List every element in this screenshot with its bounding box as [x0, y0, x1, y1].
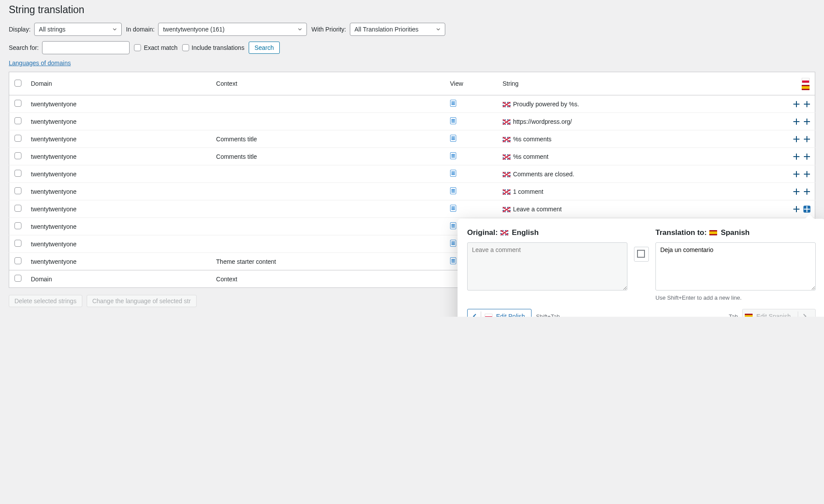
- table-row: twentytwentyone Comments are closed.: [9, 165, 815, 183]
- edit-spanish-button: Edit Spanish: [742, 309, 816, 317]
- tf-domain[interactable]: Domain: [27, 270, 212, 288]
- priority-select[interactable]: All Translation Priorities: [350, 23, 445, 36]
- search-label: Search for:: [9, 44, 39, 51]
- add-pl-translation-icon[interactable]: [793, 206, 800, 213]
- cell-domain: twentytwentyone: [27, 235, 212, 253]
- cell-string: Leave a comment: [498, 200, 789, 218]
- shortcut-prev: Shift+Tab: [536, 313, 560, 317]
- cell-string: 1 comment: [498, 183, 789, 200]
- row-checkbox[interactable]: [14, 257, 21, 264]
- document-icon[interactable]: [450, 187, 456, 194]
- th-string[interactable]: String: [498, 72, 789, 95]
- table-row: twentytwentyone Proudly powered by %s.: [9, 95, 815, 113]
- flag-uk-icon: [503, 102, 511, 107]
- cell-string: Proudly powered by %s.: [498, 95, 789, 113]
- cell-string: %s comment: [498, 148, 789, 165]
- add-pl-translation-icon[interactable]: [793, 118, 800, 125]
- display-label: Display:: [9, 26, 31, 33]
- cell-context: [212, 165, 446, 183]
- document-icon[interactable]: [450, 117, 456, 124]
- cell-string: Comments are closed.: [498, 165, 789, 183]
- priority-label: With Priority:: [311, 26, 346, 33]
- translation-textarea[interactable]: [655, 242, 816, 290]
- flag-uk-icon: [503, 189, 511, 195]
- row-checkbox[interactable]: [14, 222, 21, 229]
- flag-es-icon: [745, 314, 753, 317]
- row-checkbox[interactable]: [14, 152, 21, 159]
- cell-context: [212, 218, 446, 235]
- row-checkbox[interactable]: [14, 187, 21, 194]
- add-pl-translation-icon[interactable]: [793, 171, 800, 178]
- flag-pl-icon: [802, 78, 810, 83]
- row-checkbox[interactable]: [14, 117, 21, 124]
- cell-domain: twentytwentyone: [27, 148, 212, 165]
- original-heading: Original: English: [467, 228, 627, 237]
- copy-original-button[interactable]: [634, 247, 649, 262]
- add-pl-translation-icon[interactable]: [793, 101, 800, 108]
- th-view: View: [446, 72, 498, 95]
- row-checkbox[interactable]: [14, 135, 21, 142]
- cell-context: [212, 200, 446, 218]
- cell-context: [212, 235, 446, 253]
- document-icon[interactable]: [450, 170, 456, 177]
- table-row: twentytwentyone 1 comment: [9, 183, 815, 200]
- flag-uk-icon: [503, 137, 511, 142]
- document-icon[interactable]: [450, 135, 456, 142]
- search-button[interactable]: Search: [249, 42, 279, 54]
- document-icon[interactable]: [450, 240, 456, 247]
- cell-domain: twentytwentyone: [27, 95, 212, 113]
- add-es-translation-icon[interactable]: [803, 136, 810, 143]
- tf-context[interactable]: Context: [212, 270, 446, 288]
- th-context[interactable]: Context: [212, 72, 446, 95]
- domain-select[interactable]: twentytwentyone (161): [158, 23, 307, 36]
- languages-of-domains-link[interactable]: Languages of domains: [9, 60, 71, 66]
- row-checkbox[interactable]: [14, 240, 21, 247]
- original-textarea: [467, 242, 627, 290]
- search-input[interactable]: [42, 41, 130, 54]
- delete-selected-button[interactable]: Delete selected strings: [9, 295, 82, 307]
- add-pl-translation-icon[interactable]: [793, 136, 800, 143]
- display-select[interactable]: All strings: [34, 23, 122, 36]
- cell-string: https://wordpress.org/: [498, 113, 789, 130]
- row-checkbox[interactable]: [14, 170, 21, 177]
- table-row: twentytwentyone Leave a comment: [9, 200, 815, 218]
- add-es-translation-icon[interactable]: [803, 153, 810, 160]
- th-domain[interactable]: Domain: [27, 72, 212, 95]
- select-all-checkbox[interactable]: [14, 80, 21, 87]
- cell-domain: twentytwentyone: [27, 130, 212, 148]
- edit-polish-button[interactable]: Edit Polish: [467, 309, 532, 317]
- add-es-translation-icon[interactable]: [803, 188, 810, 195]
- cell-context: [212, 95, 446, 113]
- table-row: twentytwentyoneComments title %s comment: [9, 148, 815, 165]
- cell-context: Theme starter content: [212, 253, 446, 270]
- add-pl-translation-icon[interactable]: [793, 153, 800, 160]
- cell-domain: twentytwentyone: [27, 253, 212, 270]
- cell-string: %s comments: [498, 130, 789, 148]
- add-es-translation-icon[interactable]: [803, 171, 810, 178]
- document-icon[interactable]: [450, 257, 456, 264]
- cell-context: Comments title: [212, 148, 446, 165]
- add-es-translation-icon[interactable]: [803, 118, 810, 125]
- flag-es-icon: [709, 230, 717, 235]
- row-checkbox[interactable]: [14, 100, 21, 107]
- document-icon[interactable]: [450, 222, 456, 229]
- shortcut-next: Tab: [729, 313, 738, 317]
- exact-match-checkbox[interactable]: [134, 44, 141, 51]
- document-icon[interactable]: [450, 205, 456, 212]
- table-row: twentytwentyoneComments title %s comment…: [9, 130, 815, 148]
- row-checkbox[interactable]: [14, 205, 21, 212]
- cell-context: Comments title: [212, 130, 446, 148]
- change-language-button[interactable]: Change the language of selected str: [87, 295, 197, 307]
- flag-uk-icon: [500, 230, 508, 235]
- add-pl-translation-icon[interactable]: [793, 188, 800, 195]
- exact-match-option[interactable]: Exact match: [134, 44, 177, 51]
- add-es-translation-icon[interactable]: [803, 101, 810, 108]
- add-es-translation-icon[interactable]: [803, 206, 810, 213]
- chevron-right-icon: [801, 314, 806, 317]
- chevron-left-icon: [473, 314, 478, 317]
- document-icon[interactable]: [450, 100, 456, 107]
- include-translations-checkbox[interactable]: [182, 44, 189, 51]
- include-translations-option[interactable]: Include translations: [182, 44, 245, 51]
- document-icon[interactable]: [450, 152, 456, 159]
- select-all-footer-checkbox[interactable]: [14, 275, 21, 282]
